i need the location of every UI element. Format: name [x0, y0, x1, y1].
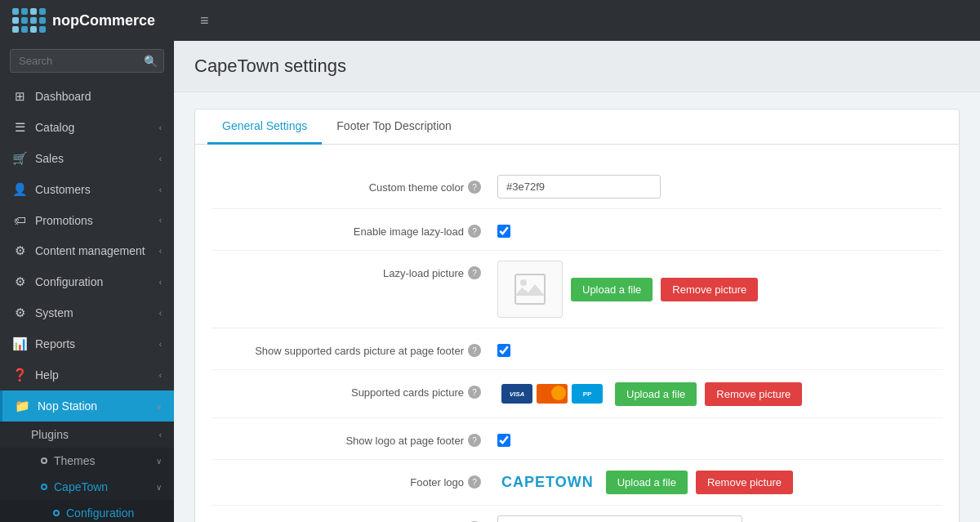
image-placeholder-icon: [514, 273, 546, 306]
sidebar-label-help: Help: [35, 368, 59, 381]
lazy-load-picture-label: Lazy-load picture ?: [212, 261, 497, 279]
help-arrow: ‹: [159, 371, 162, 380]
sales-icon: 🛒: [12, 151, 27, 166]
footer-email-input[interactable]: [497, 515, 742, 522]
sidebar: 🔍 ⊞ Dashboard ☰ Catalog ‹ 🛒 Sales ‹ �: [0, 41, 174, 522]
form-row-lazy-load: Enable image lazy-load ?: [212, 209, 942, 251]
svg-rect-0: [515, 274, 545, 304]
capetown-arrow: ∨: [156, 483, 162, 492]
sidebar-item-reports[interactable]: 📊 Reports ‹: [0, 328, 174, 359]
cards-picture-help-icon[interactable]: ?: [468, 386, 481, 399]
customers-icon: 👤: [12, 182, 27, 197]
app-logo: nopCommerce: [12, 8, 184, 33]
page-title: CapeTown settings: [194, 56, 960, 77]
lazy-load-label: Enable image lazy-load ?: [212, 219, 497, 238]
sidebar-item-nop-station[interactable]: 📁 Nop Station ∨: [0, 390, 174, 422]
sidebar-sub-sub-themes[interactable]: Themes ∨: [0, 448, 174, 474]
footer-logo-file-area: CAPETOWN Upload a file Remove picture: [497, 470, 942, 495]
footer-logo-help-icon[interactable]: ?: [468, 475, 481, 489]
form-row-cards-picture: Supported cards picture ? VISA: [212, 370, 942, 418]
cards-preview: VISA PP: [497, 380, 607, 408]
sidebar-label-configuration: Configuration: [35, 275, 103, 288]
lazy-load-picture-control: Upload a file Remove picture: [497, 261, 942, 318]
settings-form: Custom theme color ? Enable image lazy-l…: [195, 145, 959, 522]
sidebar-label-reports: Reports: [35, 337, 75, 350]
cards-picture-control: VISA PP Upload a file Remove picture: [497, 380, 942, 408]
footer-email-control: [497, 515, 942, 522]
plugins-arrow: ‹: [159, 431, 162, 439]
form-row-theme-color: Custom theme color ?: [212, 165, 942, 209]
sidebar-item-system[interactable]: ⚙ System ‹: [0, 297, 174, 328]
show-logo-checkbox[interactable]: [497, 434, 510, 447]
content-arrow: ‹: [159, 247, 162, 256]
plugins-sub: Themes ∨ CapeTown ∨ Configuration Docu: [0, 448, 174, 522]
footer-logo-remove-button[interactable]: Remove picture: [696, 471, 793, 494]
show-cards-checkbox[interactable]: [497, 344, 510, 357]
sidebar-item-help[interactable]: ❓ Help ‹: [0, 359, 174, 390]
sales-arrow: ‹: [159, 154, 162, 163]
tab-footer[interactable]: Footer Top Description: [322, 109, 466, 145]
form-row-show-logo: Show logo at page footer ?: [212, 418, 942, 460]
sidebar-item-catalog[interactable]: ☰ Catalog ‹: [0, 112, 174, 143]
sidebar-label-content: Content management: [35, 244, 145, 257]
sidebar-sub-item-plugins[interactable]: Plugins ‹: [0, 422, 174, 448]
footer-logo-upload-button[interactable]: Upload a file: [606, 471, 688, 494]
show-logo-help-icon[interactable]: ?: [468, 434, 481, 447]
sidebar-item-content[interactable]: ⚙ Content management ‹: [0, 235, 174, 266]
sidebar-item-sales[interactable]: 🛒 Sales ‹: [0, 143, 174, 174]
sidebar-item-promotions[interactable]: 🏷 Promotions ‹: [0, 205, 174, 235]
layout: 🔍 ⊞ Dashboard ☰ Catalog ‹ 🛒 Sales ‹ �: [0, 41, 980, 522]
theme-color-help-icon[interactable]: ?: [468, 181, 481, 194]
content-icon: ⚙: [12, 243, 27, 258]
cards-remove-button[interactable]: Remove picture: [705, 382, 802, 406]
search-input[interactable]: [10, 49, 164, 73]
lazy-load-upload-button[interactable]: Upload a file: [571, 278, 653, 301]
lazy-load-preview-img: [510, 269, 550, 310]
sidebar-label-system: System: [35, 306, 74, 319]
configuration-arrow: ‹: [159, 278, 162, 287]
visa-icon: VISA: [501, 384, 532, 404]
theme-color-input[interactable]: [497, 175, 661, 199]
app-name: nopCommerce: [52, 12, 155, 29]
form-row-footer-email: Footer email ?: [212, 506, 942, 522]
sidebar-sub-sub-capetown[interactable]: CapeTown ∨: [0, 474, 174, 500]
help-icon: ❓: [12, 368, 27, 382]
show-cards-help-icon[interactable]: ?: [468, 344, 481, 357]
show-logo-control: [497, 428, 942, 449]
sidebar-item-customers[interactable]: 👤 Customers ‹: [0, 174, 174, 205]
sidebar-label-dashboard: Dashboard: [35, 90, 91, 103]
lazy-load-remove-button[interactable]: Remove picture: [661, 278, 758, 301]
catalog-arrow: ‹: [159, 123, 162, 132]
content-area: General Settings Footer Top Description …: [174, 92, 980, 522]
form-row-lazy-load-picture: Lazy-load picture ?: [212, 251, 942, 328]
lazy-load-picture-help-icon[interactable]: ?: [468, 266, 481, 279]
system-icon: ⚙: [12, 306, 27, 320]
reports-icon: 📊: [12, 337, 27, 351]
main-content: CapeTown settings General Settings Foote…: [174, 41, 980, 522]
sidebar-item-configuration[interactable]: ⚙ Configuration ‹: [0, 266, 174, 297]
lazy-load-checkbox[interactable]: [497, 225, 510, 238]
nop-station-sub: Plugins ‹ Themes ∨ CapeTown ∨ Co: [0, 422, 174, 522]
sidebar-item-capetown-configuration[interactable]: Configuration: [0, 500, 174, 522]
show-cards-label: Show supported cards picture at page foo…: [212, 338, 497, 357]
sidebar-item-dashboard[interactable]: ⊞ Dashboard: [0, 81, 174, 112]
themes-dot-icon: [41, 457, 47, 464]
themes-label: Themes: [54, 454, 96, 467]
dashboard-icon: ⊞: [12, 89, 27, 104]
sidebar-label-customers: Customers: [35, 183, 91, 196]
topbar: nopCommerce ≡: [0, 0, 980, 41]
cards-upload-button[interactable]: Upload a file: [615, 382, 697, 406]
show-logo-label: Show logo at page footer ?: [212, 428, 497, 447]
customers-arrow: ‹: [159, 185, 162, 194]
cards-file-area: VISA PP Upload a file Remove picture: [497, 380, 942, 408]
logo-dots: [12, 8, 46, 33]
capetown-sub: Configuration Documentation: [0, 500, 174, 522]
sidebar-label-promotions: Promotions: [35, 214, 93, 227]
show-cards-control: [497, 338, 942, 359]
form-row-footer-logo: Footer logo ? CAPETOWN Upload a file Rem…: [212, 460, 942, 506]
tab-general[interactable]: General Settings: [207, 109, 322, 145]
hamburger-icon[interactable]: ≡: [200, 12, 209, 29]
plugins-label: Plugins: [31, 428, 69, 441]
lazy-load-help-icon[interactable]: ?: [468, 225, 481, 238]
config-dot-icon: [53, 510, 60, 516]
